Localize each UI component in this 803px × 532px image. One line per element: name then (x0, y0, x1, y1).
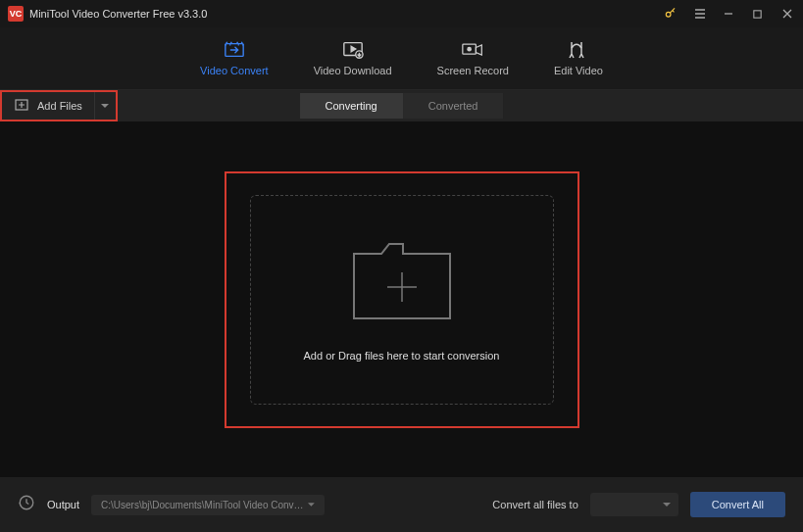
folder-add-icon (348, 238, 456, 328)
edit-video-icon (568, 41, 589, 59)
drop-highlight: Add or Drag files here to start conversi… (225, 171, 579, 428)
screen-record-icon (462, 41, 483, 59)
add-files-button[interactable]: Add Files (2, 92, 94, 120)
app-title: MiniTool Video Converter Free v3.3.0 (29, 8, 207, 20)
chevron-down-icon (663, 503, 671, 508)
app-logo: VC (8, 6, 24, 22)
subtab-converting[interactable]: Converting (300, 93, 403, 119)
history-icon[interactable] (18, 494, 35, 515)
video-convert-icon (224, 41, 245, 59)
add-files-group: Add Files (0, 90, 118, 121)
tab-label: Screen Record (437, 65, 509, 76)
output-path-dropdown[interactable]: C:\Users\bj\Documents\MiniTool Video Con… (91, 495, 325, 515)
tab-label: Video Download (314, 65, 392, 76)
chevron-down-icon (101, 104, 109, 109)
menu-icon[interactable] (693, 7, 707, 21)
output-label: Output (47, 499, 79, 510)
tab-video-convert[interactable]: Video Convert (200, 41, 269, 76)
drop-text: Add or Drag files here to start conversi… (304, 350, 500, 362)
titlebar: VC MiniTool Video Converter Free v3.3.0 (0, 0, 803, 27)
key-icon[interactable] (664, 6, 678, 23)
maximize-button[interactable] (752, 9, 766, 20)
add-file-icon (14, 98, 29, 114)
video-download-icon (342, 41, 364, 59)
main-area: Add or Drag files here to start conversi… (0, 121, 803, 477)
add-files-dropdown[interactable] (94, 92, 116, 120)
output-path-text: C:\Users\bj\Documents\MiniTool Video Con… (101, 500, 308, 510)
footer: Output C:\Users\bj\Documents\MiniTool Vi… (0, 477, 803, 532)
convert-all-label: Convert all files to (492, 499, 577, 510)
tab-edit-video[interactable]: Edit Video (554, 41, 603, 76)
minimize-button[interactable] (723, 8, 736, 20)
toolbar: Add Files Converting Converted (0, 90, 803, 121)
subtab-converted[interactable]: Converted (403, 93, 504, 119)
main-tabs: Video Convert Video Download Screen Reco… (0, 27, 803, 90)
svg-point-6 (468, 47, 471, 50)
format-dropdown[interactable] (590, 493, 678, 516)
svg-rect-1 (754, 10, 761, 17)
sub-tabs: Converting Converted (300, 93, 504, 119)
tab-video-download[interactable]: Video Download (314, 41, 392, 76)
tab-label: Edit Video (554, 65, 603, 76)
close-button[interactable] (781, 8, 795, 20)
convert-all-button[interactable]: Convert All (690, 492, 785, 517)
tab-screen-record[interactable]: Screen Record (437, 41, 509, 76)
tab-label: Video Convert (200, 65, 269, 76)
chevron-down-icon (308, 503, 315, 508)
add-files-label: Add Files (37, 100, 82, 112)
drop-zone[interactable]: Add or Drag files here to start conversi… (250, 195, 554, 405)
